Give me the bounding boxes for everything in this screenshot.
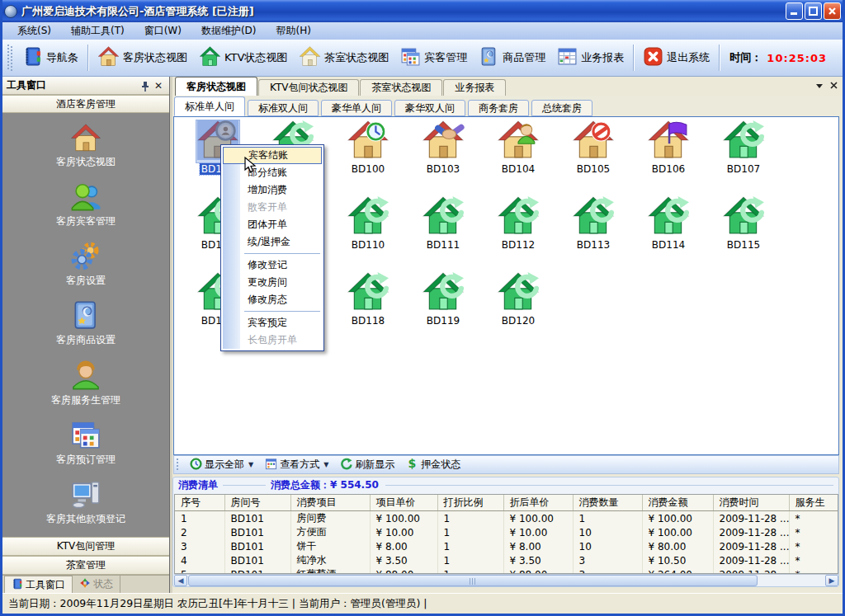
sidebar-item-room-waiter-management[interactable]: 客房服务生管理 <box>2 360 169 407</box>
tab-strip-close-icon[interactable] <box>830 80 838 92</box>
maximize-button[interactable] <box>805 2 822 20</box>
menu-item-data-maintenance[interactable]: 数据维护(D) <box>191 22 267 40</box>
tab-ktv-room-status-view[interactable]: KTV包间状态视图 <box>258 79 359 96</box>
table-cell: ¥ 80.00 <box>642 539 713 553</box>
context-menu-item-modify-registration[interactable]: 修改登记 <box>223 256 322 274</box>
column-header[interactable]: 消费项目 <box>290 495 370 511</box>
room-BD110[interactable]: BD110 <box>333 196 404 269</box>
context-menu-item-group-open-bill[interactable]: 团体开单 <box>223 216 322 233</box>
room-BD104[interactable]: BD104 <box>483 120 554 193</box>
room-BD106[interactable]: BD106 <box>633 120 704 193</box>
subtab-presidential-suite[interactable]: 总统套房 <box>531 100 592 116</box>
room-BD118[interactable]: BD118 <box>333 272 404 345</box>
menu-item-window[interactable]: 窗口(W) <box>135 22 191 40</box>
dropdown-arrow-icon[interactable]: ▼ <box>323 461 328 468</box>
room-BD111[interactable]: BD111 <box>408 196 479 269</box>
table-row[interactable]: 3BD101饼干¥ 8.001¥ 8.0010¥ 80.002009-11-28… <box>175 539 838 553</box>
context-menu-item-change-room[interactable]: 更改房间 <box>223 274 322 291</box>
consumption-button-deposit-status[interactable]: $押金状态 <box>400 457 466 473</box>
close-button[interactable] <box>824 2 841 20</box>
computer-icon <box>70 478 101 510</box>
column-header[interactable]: 序号 <box>175 495 224 511</box>
context-menu-item-partial-checkout[interactable]: 部分结账 <box>223 164 322 181</box>
toolbar-button-exit-system[interactable]: 退出系统 <box>637 42 715 73</box>
bottom-tab-tool-window[interactable]: 工具窗口 <box>4 576 73 593</box>
tab-business-reports[interactable]: 业务报表 <box>443 79 506 96</box>
room-BD120[interactable]: BD120 <box>483 272 554 345</box>
column-header[interactable]: 折后单价 <box>503 495 573 511</box>
room-BD112[interactable]: BD112 <box>483 196 554 269</box>
menu-item-help[interactable]: 帮助(H) <box>267 22 321 40</box>
context-menu-item-modify-room-status[interactable]: 修改房态 <box>223 291 322 308</box>
sidebar-item-room-other-payments[interactable]: 客房其他款项登记 <box>2 478 169 526</box>
subtab-deluxe-double[interactable]: 豪华双人间 <box>394 100 465 116</box>
section-ktv-room-management[interactable]: KTV包间管理 <box>2 537 169 556</box>
column-header[interactable]: 房间号 <box>224 495 290 511</box>
subtab-deluxe-single[interactable]: 豪华单人间 <box>321 100 392 116</box>
tab-tearoom-status-view[interactable]: 茶室状态视图 <box>360 79 442 96</box>
room-BD103[interactable]: BD103 <box>408 120 479 193</box>
table-cell: 1 <box>437 539 503 553</box>
toolbar-grip[interactable] <box>7 45 12 71</box>
sidebar-item-room-guest-management[interactable]: 客房宾客管理 <box>2 181 169 228</box>
column-header[interactable]: 消费时间 <box>713 495 789 511</box>
context-menu-item-guest-checkout[interactable]: 宾客结账 <box>223 147 322 164</box>
tool-window-close-icon[interactable]: ✕ <box>152 79 165 92</box>
context-menu-item-renew-refund-deposit[interactable]: 续/退押金 <box>223 233 322 251</box>
section-tearoom-management[interactable]: 茶室管理 <box>2 556 169 575</box>
consumption-toolbar-grip[interactable] <box>177 458 180 472</box>
column-header[interactable]: 服务生 <box>789 495 838 511</box>
column-header[interactable]: 项目单价 <box>370 495 437 511</box>
room-BD107[interactable]: BD107 <box>708 120 779 193</box>
scrollbar-track[interactable] <box>187 575 767 586</box>
vacant-house-icon <box>347 272 389 314</box>
toolbar-button-navigator[interactable]: 导航条 <box>17 42 84 73</box>
main-tab-strip: 客房状态视图KTV包间状态视图茶室状态视图业务报表 <box>172 77 843 96</box>
sidebar-item-room-booking-management[interactable]: 客房预订管理 <box>2 419 169 467</box>
sidebar-item-room-status-view[interactable]: 客房状态视图 <box>2 124 169 169</box>
bottom-tab-status[interactable]: 状态 <box>73 576 120 593</box>
toolbar-button-tearoom-status-view[interactable]: 茶室状态视图 <box>293 42 394 73</box>
room-BD114[interactable]: BD114 <box>633 196 704 269</box>
room-BD105[interactable]: BD105 <box>558 120 629 193</box>
table-row[interactable]: 4BD101纯净水¥ 3.501¥ 3.503¥ 10.502009-11-28… <box>175 553 838 567</box>
sidebar-item-room-settings[interactable]: 客房设置 <box>2 240 169 288</box>
context-menu-item-guest-reservation[interactable]: 宾客预定 <box>223 314 322 332</box>
toolbar-button-goods-management[interactable]: 商品管理 <box>473 42 551 73</box>
room-BD119[interactable]: BD119 <box>408 272 479 345</box>
room-BD113[interactable]: BD113 <box>558 196 629 269</box>
scroll-right-arrow-icon[interactable]: ▶ <box>825 575 838 586</box>
tab-room-status-view[interactable]: 客房状态视图 <box>175 77 257 96</box>
room-BD100[interactable]: BD100 <box>333 120 404 193</box>
minimize-button[interactable] <box>786 2 803 20</box>
toolbar-button-guest-management[interactable]: 宾客管理 <box>394 42 473 73</box>
consumption-button-view-mode[interactable]: 查看方式▼ <box>259 457 334 473</box>
toolbar-button-ktv-status-view[interactable]: KTV状态视图 <box>193 42 293 73</box>
column-header[interactable]: 打折比例 <box>437 495 503 511</box>
toolbar-button-business-reports[interactable]: 业务报表 <box>551 42 630 73</box>
pin-icon[interactable] <box>139 79 152 92</box>
subtab-business-suite[interactable]: 商务套房 <box>468 100 529 116</box>
table-cell: * <box>789 539 838 553</box>
table-row[interactable]: 1BD101房间费¥ 100.001¥ 100.001¥ 100.002009-… <box>175 511 838 526</box>
scroll-left-arrow-icon[interactable]: ◀ <box>174 575 187 586</box>
toolbar-button-room-status-view[interactable]: 客房状态视图 <box>92 42 193 73</box>
menu-item-aux-tools[interactable]: 辅助工具(T) <box>61 22 135 40</box>
column-header[interactable]: 消费金额 <box>642 495 713 511</box>
vacant-house-icon <box>572 196 615 238</box>
section-hotel-room-management[interactable]: 酒店客房管理 <box>2 95 169 113</box>
subtab-standard-double[interactable]: 标准双人间 <box>248 100 319 116</box>
column-header[interactable]: 消费数量 <box>573 495 642 511</box>
table-row[interactable]: 5BD101红葡萄酒¥ 88.001¥ 88.003¥ 264.002009-1… <box>175 567 838 574</box>
subtab-standard-single[interactable]: 标准单人间 <box>174 96 245 116</box>
scrollbar-thumb[interactable] <box>188 575 758 586</box>
room-BD115[interactable]: BD115 <box>708 196 779 269</box>
consumption-button-show-all[interactable]: 显示全部▼ <box>184 457 259 473</box>
menu-item-system[interactable]: 系统(S) <box>7 22 61 40</box>
consumption-button-refresh-display[interactable]: 刷新显示 <box>334 457 400 473</box>
dropdown-arrow-icon[interactable]: ▼ <box>248 461 253 468</box>
tab-strip-dropdown-icon[interactable] <box>816 80 824 92</box>
table-row[interactable]: 2BD101方便面¥ 10.001¥ 10.0010¥ 100.002009-1… <box>175 525 838 539</box>
sidebar-item-room-goods-settings[interactable]: 客房商品设置 <box>2 299 169 347</box>
context-menu-item-add-consumption[interactable]: 增加消费 <box>223 181 322 199</box>
